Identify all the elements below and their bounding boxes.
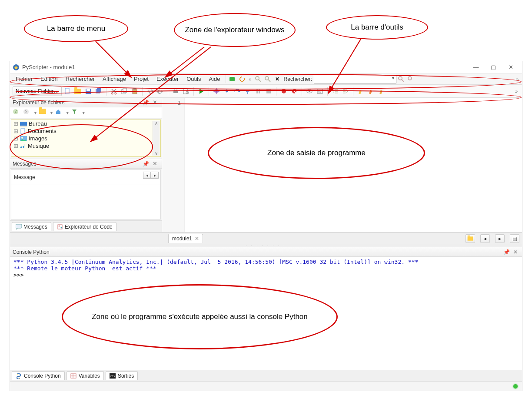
home-folder-icon[interactable] — [55, 109, 64, 117]
up-folder-icon[interactable] — [39, 109, 48, 117]
search-tool2-icon[interactable] — [407, 75, 415, 83]
paste-icon[interactable] — [130, 86, 140, 96]
menu-projet[interactable]: Projet — [130, 74, 153, 84]
tab-sorties[interactable]: C:\ Sorties — [106, 371, 138, 380]
panel-close-icon[interactable]: ✕ — [512, 249, 519, 255]
indent-right-icon[interactable] — [341, 86, 350, 96]
find-prev-icon[interactable] — [264, 75, 272, 83]
doc-next-icon[interactable]: ▸ — [495, 234, 505, 243]
svg-line-7 — [402, 80, 404, 82]
search-label: Rechercher: — [284, 76, 312, 82]
find-next-icon[interactable] — [254, 75, 262, 83]
doc-prev-icon[interactable]: ◂ — [480, 234, 490, 243]
annotation-bubble-menu: La barre de menu — [24, 15, 128, 42]
watch-icon[interactable] — [305, 86, 314, 96]
copy-icon[interactable] — [120, 86, 129, 96]
indent-left-icon[interactable] — [330, 86, 340, 96]
undo-icon[interactable] — [145, 86, 155, 96]
menu-overflow-icon[interactable]: » — [247, 76, 253, 83]
svg-point-2 — [256, 76, 259, 80]
tab-close-icon[interactable]: ✕ — [195, 236, 199, 242]
msg-next-button[interactable]: ▸ — [151, 172, 159, 179]
eval-icon[interactable]: fx — [315, 86, 325, 96]
tree-scrollbar[interactable]: ∧∨ — [153, 121, 160, 156]
svg-rect-13 — [97, 88, 101, 93]
stop-icon[interactable] — [264, 86, 273, 96]
nav-back-icon[interactable] — [13, 109, 21, 117]
tab-module1[interactable]: module1 ✕ — [168, 234, 203, 243]
nav-fwd-icon[interactable] — [23, 109, 32, 117]
svg-rect-19 — [133, 88, 136, 90]
menubar-overflow-icon[interactable]: » — [514, 76, 520, 83]
search-tool-icon[interactable] — [397, 75, 405, 83]
run-icon[interactable] — [196, 86, 206, 96]
maximize-button[interactable]: ▢ — [485, 63, 502, 72]
svg-rect-51 — [58, 225, 62, 229]
menu-rechercher[interactable]: Rechercher — [62, 74, 99, 84]
menu-aide[interactable]: Aide — [205, 74, 224, 84]
pin-icon[interactable]: 📌 — [141, 100, 151, 106]
titlebar: PyScripter - module1 — ▢ ✕ — [10, 61, 522, 73]
menu-outils[interactable]: Outils — [183, 74, 205, 84]
save-icon[interactable] — [83, 86, 93, 96]
pin-icon[interactable]: 📌 — [141, 161, 151, 167]
tree-item-musique[interactable]: ⊞ Musique — [11, 142, 160, 150]
step-into-icon[interactable] — [222, 86, 232, 96]
open-icon[interactable] — [73, 86, 83, 96]
annotation-bubble-editor: Zone de saisie de programme — [208, 127, 425, 179]
expand-icon[interactable]: ⊞ — [13, 143, 18, 149]
debug-icon[interactable] — [212, 86, 221, 96]
refresh-icon[interactable] — [238, 75, 246, 83]
step-over-icon[interactable] — [233, 86, 242, 96]
line-number: 1 — [162, 100, 181, 106]
breakpoint-clear-icon[interactable] — [289, 86, 299, 96]
tab-messages[interactable]: Messages — [12, 222, 51, 231]
highlight1-icon[interactable] — [356, 86, 366, 96]
doc-open-icon[interactable] — [466, 234, 475, 243]
highlight3-icon[interactable] — [377, 86, 386, 96]
menu-affichage[interactable]: Affichage — [99, 74, 130, 84]
minimize-button[interactable]: — — [467, 63, 485, 72]
msg-prev-button[interactable]: ◂ — [143, 172, 151, 179]
tree-item-documents[interactable]: ⊞ Documents — [11, 127, 160, 135]
print-icon[interactable] — [171, 86, 180, 96]
clear-search-icon[interactable]: ✕ — [273, 75, 281, 83]
panel-close-icon[interactable]: ✕ — [151, 160, 159, 167]
python-green-icon[interactable] — [229, 75, 236, 83]
step-out-icon[interactable] — [243, 86, 253, 96]
panel-close-icon[interactable]: ✕ — [151, 99, 159, 106]
new-doc-icon[interactable] — [63, 86, 72, 96]
svg-rect-20 — [173, 90, 178, 93]
save-all-icon[interactable] — [94, 86, 103, 96]
menu-edition[interactable]: Edition — [37, 74, 62, 84]
redo-icon[interactable] — [156, 86, 165, 96]
search-combobox[interactable] — [314, 75, 396, 83]
pin-icon[interactable]: 📌 — [502, 249, 512, 255]
highlight2-icon[interactable] — [366, 86, 376, 96]
filter-icon[interactable] — [71, 109, 80, 117]
tab-console-python[interactable]: Console Python — [12, 371, 65, 380]
tree-item-images[interactable]: ⊞ Images — [11, 135, 160, 142]
expand-icon[interactable]: ⊞ — [13, 120, 18, 127]
expand-icon[interactable]: ⊞ — [13, 128, 18, 134]
print-preview-icon[interactable] — [181, 86, 191, 96]
splitter-grip[interactable]: · · · · · · · · — [10, 244, 522, 247]
toolbar-overflow-icon[interactable]: » — [513, 88, 519, 95]
pyscripter-icon — [13, 64, 20, 71]
new-file-button[interactable]: Nouveau Fichier… — [13, 86, 62, 96]
tab-code-explorer[interactable]: Explorateur de Code — [53, 222, 116, 231]
line-gutter: 1 — [162, 98, 185, 232]
tree-item-bureau[interactable]: ⊞ Bureau — [11, 120, 160, 127]
close-button[interactable]: ✕ — [502, 63, 519, 72]
breakpoint-icon[interactable] — [279, 86, 289, 96]
expand-icon[interactable]: ⊞ — [13, 135, 18, 142]
file-tree[interactable]: ⊞ Bureau ⊞ Documents ⊞ — [11, 120, 161, 157]
menu-fichier[interactable]: Fichier — [12, 74, 37, 84]
left-column: Explorateur de fichiers 📌 ✕ ▼ ▼ ▼ — [10, 98, 162, 232]
menu-executer[interactable]: Exécuter — [153, 74, 183, 84]
doc-list-icon[interactable]: ▤ — [510, 234, 519, 243]
pause-icon[interactable] — [253, 86, 263, 96]
cut-icon[interactable] — [109, 86, 119, 96]
tab-variables[interactable]: Variables — [66, 371, 104, 380]
svg-point-34 — [309, 90, 310, 92]
